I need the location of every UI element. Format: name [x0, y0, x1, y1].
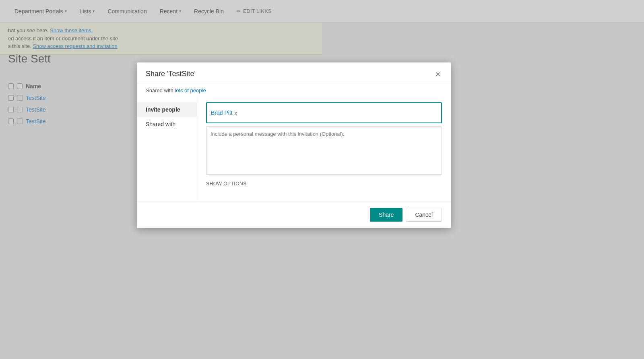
modal-invite-content: Brad Pitt x SHOW OPTIONS: [197, 96, 451, 201]
message-textarea[interactable]: [206, 127, 442, 175]
person-name[interactable]: Brad Pitt: [211, 110, 233, 116]
modal-title: Share 'TestSite': [146, 70, 196, 78]
person-tag: Brad Pitt x: [211, 110, 237, 116]
lots-of-people-link[interactable]: lots of people: [175, 87, 206, 93]
shared-with-tab-label: Shared with: [146, 121, 175, 127]
modal-body: Invite people Shared with Brad Pitt x SH…: [137, 96, 451, 201]
share-button[interactable]: Share: [370, 208, 402, 222]
invite-people-label: Invite people: [146, 106, 180, 113]
people-input-box[interactable]: Brad Pitt x: [206, 102, 442, 123]
show-options-link[interactable]: SHOW OPTIONS: [206, 181, 442, 187]
close-button[interactable]: ×: [434, 70, 442, 78]
sidebar-item-shared-with[interactable]: Shared with: [137, 117, 197, 131]
modal-header: Share 'TestSite' ×: [137, 62, 451, 83]
modal-subtitle: Shared with lots of people: [137, 83, 451, 96]
modal-footer: Share Cancel: [137, 201, 451, 228]
cancel-button[interactable]: Cancel: [406, 208, 442, 222]
modal-sidebar: Invite people Shared with: [137, 96, 197, 201]
shared-with-label: Shared with: [146, 87, 173, 93]
share-modal: Share 'TestSite' × Shared with lots of p…: [137, 62, 451, 228]
person-remove-button[interactable]: x: [235, 110, 237, 116]
sidebar-item-invite-people[interactable]: Invite people: [137, 102, 197, 117]
